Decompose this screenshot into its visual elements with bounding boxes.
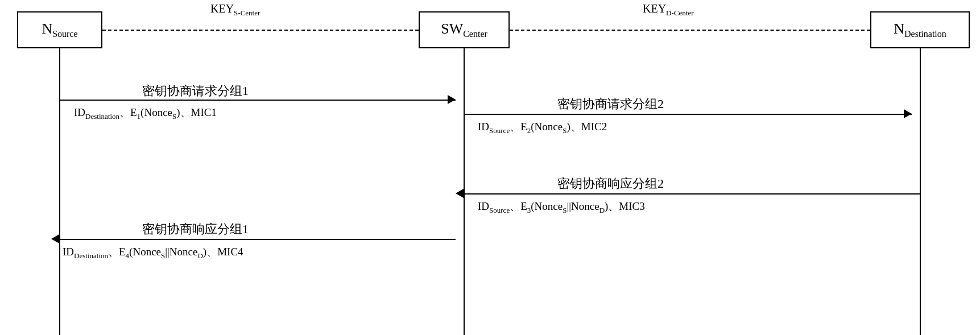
msg2-arrow-line	[464, 114, 912, 115]
msg1-arrow-line	[59, 100, 456, 101]
vline-dest	[920, 48, 921, 335]
msg1-arrowhead	[448, 95, 456, 104]
msg3-arrowhead	[456, 189, 464, 198]
msg3-detail: IDSource、E3(NonceS||NonceD)、MIC3	[478, 199, 645, 215]
n-dest-label: NDestination	[894, 20, 946, 39]
dashed-line-right	[510, 30, 870, 31]
msg2-title: 密钥协商请求分组2	[557, 96, 664, 113]
n-source-box: NSource	[17, 11, 102, 48]
msg3-title: 密钥协商响应分组2	[557, 175, 664, 192]
vline-sw	[464, 48, 465, 335]
n-source-label: NSource	[42, 20, 77, 39]
msg3-arrow-line	[464, 193, 920, 195]
msg1-title: 密钥协商请求分组1	[142, 82, 249, 100]
sw-center-label: SWCenter	[441, 20, 487, 39]
sw-center-box: SWCenter	[419, 11, 510, 48]
dashed-line-left	[102, 30, 419, 31]
msg4-title: 密钥协商响应分组1	[142, 221, 249, 238]
key-d-label: KEYD-Center	[643, 2, 693, 18]
key-s-label: KEYS-Center	[210, 2, 260, 18]
msg4-arrow-line	[59, 239, 456, 240]
msg2-arrowhead	[904, 109, 912, 118]
msg1-detail: IDDestination、E1(NonceS)、MIC1	[74, 105, 217, 121]
msg4-arrowhead	[51, 234, 59, 243]
vline-source	[59, 48, 60, 335]
n-dest-box: NDestination	[870, 11, 970, 48]
msg2-detail: IDSource、E2(NonceS)、MIC2	[478, 119, 607, 135]
sequence-diagram: NSource SWCenter NDestination KEYS-Cente…	[0, 0, 980, 335]
msg4-detail: IDDestination、E4(NonceS||NonceD)、MIC4	[63, 245, 243, 260]
